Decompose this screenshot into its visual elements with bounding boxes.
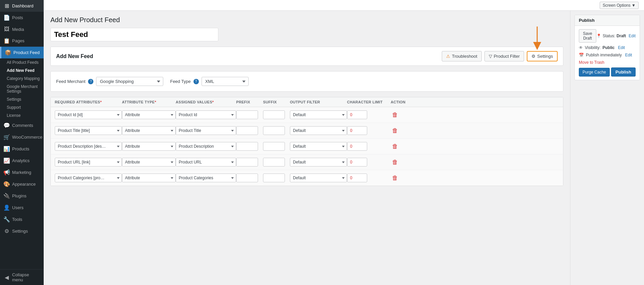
feed-type-help-icon[interactable]: ?	[194, 79, 199, 84]
prefix-cell-1	[236, 110, 263, 119]
suffix-cell-1	[263, 110, 290, 119]
sidebar-item-license[interactable]: License	[3, 111, 44, 120]
main: Screen Options ▼ Add New Product Feed	[44, 0, 644, 285]
suffix-input-2[interactable]	[263, 126, 285, 135]
assigned-value-select-1[interactable]: Product Id	[176, 110, 236, 119]
sidebar-item-users[interactable]: 👤 Users	[0, 202, 44, 213]
sidebar-item-marketing[interactable]: 📢 Marketing	[0, 167, 44, 178]
settings-button[interactable]: ⚙ Settings	[527, 51, 558, 61]
merchant-help-icon[interactable]: ?	[88, 79, 93, 84]
required-attr-select-4[interactable]: Product URL [link]	[55, 158, 122, 167]
delete-button-3[interactable]: 🗑	[391, 143, 399, 150]
sidebar-item-tools[interactable]: 🔧 Tools	[0, 213, 44, 225]
char-limit-input-3[interactable]	[347, 142, 367, 151]
status-edit-link[interactable]: Edit	[629, 34, 636, 38]
sidebar-item-dashboard[interactable]: ⊞ Dashboard	[0, 0, 44, 12]
col-output-filter: OUTPUT FILTER	[290, 100, 347, 104]
attr-type-select-4[interactable]: Attribute	[122, 158, 176, 167]
arrow-annotation	[530, 27, 544, 50]
prefix-input-1[interactable]	[236, 110, 258, 119]
sidebar-item-support[interactable]: Support	[3, 103, 44, 111]
col-assigned-values: ASSIGNED VALUES*	[176, 100, 236, 104]
output-filter-select-1[interactable]: Default	[290, 110, 347, 119]
sidebar-collapse[interactable]: ◀ Collapse menu	[0, 269, 44, 285]
prefix-input-2[interactable]	[236, 126, 258, 135]
prefix-input-5[interactable]	[236, 174, 258, 182]
attr-type-select-5[interactable]: Attribute	[122, 174, 176, 182]
char-limit-input-1[interactable]	[347, 110, 367, 119]
char-limit-input-5[interactable]	[347, 174, 367, 182]
output-filter-cell-3: Default	[290, 142, 347, 151]
publish-label: Publish immediately	[586, 53, 622, 57]
move-trash-link[interactable]: Move to Trash	[579, 60, 636, 65]
output-filter-select-2[interactable]: Default	[290, 126, 347, 135]
delete-button-2[interactable]: 🗑	[391, 127, 399, 134]
required-attr-select-2[interactable]: Product Title [title]	[55, 126, 122, 135]
required-attr-select-5[interactable]: Product Categories [pro…	[55, 174, 122, 182]
sidebar-item-comments[interactable]: 💬 Comments	[0, 120, 44, 131]
publish-edit-link[interactable]: Edit	[625, 53, 632, 57]
col-suffix: SUFFIX	[263, 100, 290, 104]
action-cell-2: 🗑	[391, 127, 411, 134]
save-draft-button[interactable]: Save Draft	[579, 29, 596, 43]
suffix-cell-3	[263, 142, 290, 151]
output-filter-select-4[interactable]: Default	[290, 158, 347, 167]
sidebar-item-add-new[interactable]: Add New Feed	[3, 66, 44, 75]
product-filter-button[interactable]: ▽ Product Filter	[484, 51, 524, 61]
attr-type-cell-2: Attribute	[122, 126, 176, 135]
merchant-select[interactable]: Google Shopping	[96, 77, 163, 86]
assigned-value-select-5[interactable]: Product Categories	[176, 174, 236, 182]
sidebar-item-analytics[interactable]: 📈 Analytics	[0, 155, 44, 167]
prefix-input-3[interactable]	[236, 142, 258, 151]
sidebar-item-appearance[interactable]: 🎨 Appearance	[0, 178, 44, 190]
required-attr-select-1[interactable]: Product Id [id]	[55, 110, 122, 119]
sidebar-item-all-feeds[interactable]: All Product Feeds	[3, 58, 44, 66]
suffix-input-3[interactable]	[263, 142, 285, 151]
prefix-input-4[interactable]	[236, 158, 258, 167]
delete-button-1[interactable]: 🗑	[391, 111, 399, 118]
feed-type-select[interactable]: XML	[202, 77, 249, 86]
suffix-cell-2	[263, 126, 290, 135]
purge-cache-button[interactable]: Purge Cache	[579, 68, 610, 77]
required-attr-select-3[interactable]: Product Description [des…	[55, 142, 122, 151]
suffix-input-5[interactable]	[263, 174, 285, 182]
visibility-edit-link[interactable]: Edit	[618, 45, 625, 50]
sidebar-item-sub-settings[interactable]: Settings	[3, 95, 44, 103]
attr-type-select-2[interactable]: Attribute	[122, 126, 176, 135]
assigned-value-cell-2: Product Title	[176, 126, 236, 135]
action-cell-1: 🗑	[391, 111, 411, 118]
collapse-icon: ◀	[3, 274, 10, 281]
users-icon: 👤	[3, 204, 10, 211]
publish-button[interactable]: Publish	[611, 67, 636, 77]
char-limit-input-2[interactable]	[347, 126, 367, 135]
sidebar-item-woocommerce[interactable]: 🛒 WooCommerce	[0, 131, 44, 143]
status-value: Draft	[616, 34, 626, 38]
char-limit-input-4[interactable]	[347, 158, 367, 167]
troubleshoot-button[interactable]: ⚠ Troubleshoot	[442, 51, 481, 61]
attr-type-select-1[interactable]: Attribute	[122, 110, 176, 119]
feed-name-input[interactable]	[50, 28, 218, 41]
sidebar-item-product-feed[interactable]: 📦 Product Feed	[0, 47, 44, 58]
assigned-value-select-4[interactable]: Product URL	[176, 158, 236, 167]
sidebar-item-products[interactable]: 📊 Products	[0, 143, 44, 155]
sidebar-item-settings[interactable]: ⚙ Settings	[0, 225, 44, 237]
sidebar-item-category-mapping[interactable]: Category Mapping	[3, 75, 44, 83]
delete-button-4[interactable]: 🗑	[391, 159, 399, 166]
sidebar-item-merchant-settings[interactable]: Google Merchant Settings	[3, 83, 44, 95]
product-feed-submenu: All Product Feeds Add New Feed Category …	[0, 58, 44, 120]
output-filter-select-3[interactable]: Default	[290, 142, 347, 151]
sidebar-item-media[interactable]: 🖼 Media	[0, 23, 44, 35]
sidebar-item-pages[interactable]: 📋 Pages	[0, 35, 44, 47]
media-icon: 🖼	[3, 26, 10, 32]
woocommerce-icon: 🛒	[3, 134, 10, 140]
attr-type-select-3[interactable]: Attribute	[122, 142, 176, 151]
sidebar-item-plugins[interactable]: 🔌 Plugins	[0, 190, 44, 202]
suffix-input-1[interactable]	[263, 110, 285, 119]
output-filter-select-5[interactable]: Default	[290, 174, 347, 182]
assigned-value-select-2[interactable]: Product Title	[176, 126, 236, 135]
screen-options-button[interactable]: Screen Options ▼	[600, 2, 639, 9]
delete-button-5[interactable]: 🗑	[391, 175, 399, 182]
assigned-value-select-3[interactable]: Product Description	[176, 142, 236, 151]
suffix-input-4[interactable]	[263, 158, 285, 167]
sidebar-item-posts[interactable]: 📄 Posts	[0, 12, 44, 23]
